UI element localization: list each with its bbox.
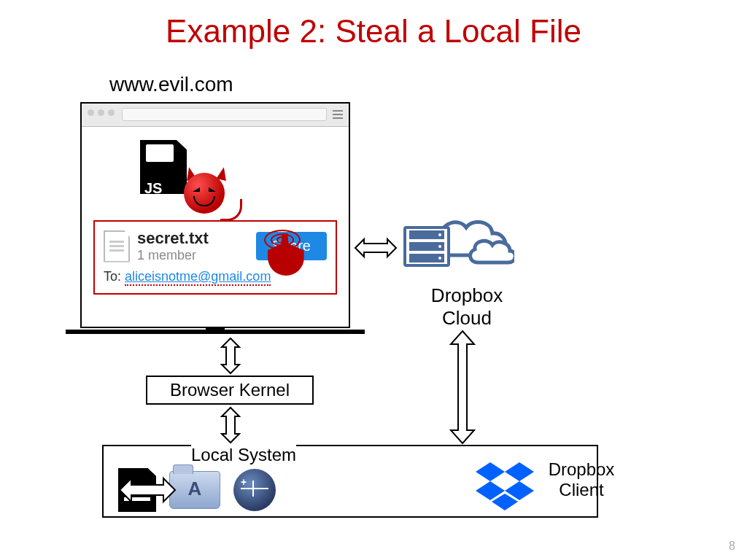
slide-title: Example 2: Steal a Local File <box>0 0 747 50</box>
dropbox-cloud-label: Dropbox Cloud <box>409 284 525 330</box>
svg-marker-0 <box>476 462 505 481</box>
share-dialog: secret.txt 1 member Share To: aliceisnot… <box>93 220 337 295</box>
local-system-label: Local System <box>191 445 296 465</box>
arrow-kernel-local <box>216 406 245 444</box>
share-members: 1 member <box>137 248 209 263</box>
svg-marker-1 <box>505 462 534 481</box>
browser-window: JS secret.txt 1 member Share To: aliceis… <box>80 102 350 328</box>
share-email: aliceisnotme@gmail.com <box>125 269 271 286</box>
file-icon <box>104 230 130 262</box>
js-label: JS <box>144 180 162 197</box>
activity-disk-icon: + <box>233 469 276 511</box>
local-system-box: Local System A + Dropbox Client <box>102 445 598 518</box>
cloud-server-icon <box>398 211 514 277</box>
arrow-cloud-client <box>445 330 480 445</box>
dropbox-client-label: Dropbox Client <box>541 459 622 500</box>
arrow-browser-kernel <box>216 337 245 375</box>
monitor-stand <box>66 330 365 334</box>
address-bar <box>122 108 327 121</box>
page-number: 8 <box>729 540 735 553</box>
url-label: www.evil.com <box>109 73 233 96</box>
server-icon <box>403 226 450 267</box>
to-label: To: <box>104 269 121 284</box>
share-button[interactable]: Share <box>256 232 327 260</box>
devil-icon <box>184 173 229 218</box>
share-filename: secret.txt <box>137 229 209 248</box>
dropbox-logo-icon <box>476 461 534 512</box>
browser-kernel-box: Browser Kernel <box>146 376 314 405</box>
browser-chrome <box>82 104 349 127</box>
arrow-browser-cloud <box>354 233 398 262</box>
applications-folder-icon: A <box>169 471 220 509</box>
browser-kernel-label: Browser Kernel <box>170 380 290 400</box>
arrow-local-dropbox <box>118 473 177 507</box>
hamburger-icon <box>333 110 343 119</box>
window-controls <box>88 109 115 116</box>
